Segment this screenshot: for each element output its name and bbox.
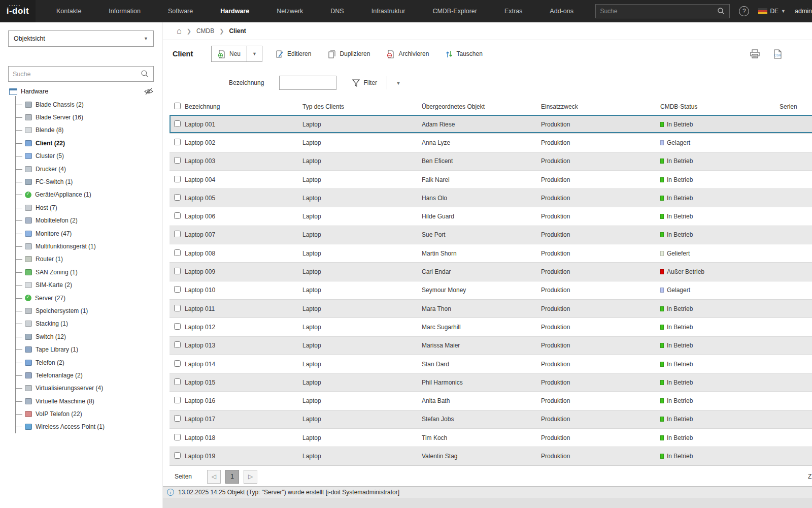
help-icon[interactable]: ? xyxy=(739,6,749,16)
row-checkbox[interactable] xyxy=(174,341,181,348)
column-header-übergeordnetes-objekt[interactable]: Übergeordnetes Objekt xyxy=(421,103,540,110)
bezeichnung-filter-input[interactable] xyxy=(279,76,336,90)
row-checkbox[interactable] xyxy=(174,120,181,127)
table-row[interactable]: Laptop 013LaptopMarissa MaierProduktionI… xyxy=(170,336,812,355)
tree-item-geräte-appliance[interactable]: Geräte/Appliance (1) xyxy=(16,188,162,201)
tree-item-router[interactable]: Router (1) xyxy=(16,253,162,266)
sidebar-search[interactable] xyxy=(8,66,154,82)
table-row[interactable]: Laptop 010LaptopSeymour MoneyProduktionG… xyxy=(170,281,812,299)
tree-item-host[interactable]: Host (7) xyxy=(16,201,162,214)
home-icon[interactable]: ⌂ xyxy=(177,27,182,35)
nav-item-dns[interactable]: DNS xyxy=(317,0,357,22)
object-view-select[interactable]: Objektsicht ▼ xyxy=(8,30,154,47)
tree-item-server[interactable]: Server (27) xyxy=(16,292,162,304)
duplicate-button[interactable]: Duplizieren xyxy=(328,50,370,58)
tree-item-sim-karte[interactable]: SIM-Karte (2) xyxy=(16,278,162,291)
table-row[interactable]: Laptop 014LaptopStan DardProduktionIn Be… xyxy=(170,355,812,373)
language-selector[interactable]: DE ▼ xyxy=(758,8,786,15)
sidebar-search-input[interactable] xyxy=(13,71,141,78)
tree-item-multifunktionsgerät[interactable]: Multifunktionsgerät (1) xyxy=(16,240,162,252)
search-icon[interactable] xyxy=(717,7,725,15)
tree-item-blade-server[interactable]: Blade Server (16) xyxy=(16,111,162,123)
tree-item-drucker[interactable]: Drucker (4) xyxy=(16,163,162,175)
table-row[interactable]: Laptop 016LaptopAnita BathProduktionIn B… xyxy=(170,391,812,409)
tree-item-tape-library[interactable]: Tape Library (1) xyxy=(16,343,162,356)
tree-item-cluster[interactable]: Cluster (5) xyxy=(16,150,162,163)
new-button-dropdown[interactable]: ▼ xyxy=(247,46,262,61)
i-doit-logo[interactable]: ····· i-doit xyxy=(0,0,36,22)
select-all-checkbox[interactable] xyxy=(174,103,181,109)
table-row[interactable]: Laptop 007LaptopSue PortProduktionIn Bet… xyxy=(170,226,812,244)
tree-item-monitore[interactable]: Monitore (47) xyxy=(16,227,162,240)
global-search-input[interactable] xyxy=(600,8,717,15)
row-checkbox[interactable] xyxy=(174,176,181,182)
eye-slash-icon[interactable] xyxy=(144,88,154,95)
edit-button[interactable]: Editieren xyxy=(276,50,311,58)
row-checkbox[interactable] xyxy=(174,305,181,311)
chevron-down-icon[interactable]: ▼ xyxy=(396,80,401,86)
table-row[interactable]: Laptop 009LaptopCarl EndarProduktionAuße… xyxy=(170,262,812,280)
row-checkbox[interactable] xyxy=(174,323,181,330)
print-button[interactable] xyxy=(750,49,760,59)
tree-item-client[interactable]: Client (22) xyxy=(16,137,162,149)
row-checkbox[interactable] xyxy=(174,231,181,237)
row-checkbox[interactable] xyxy=(174,212,181,219)
nav-item-hardware[interactable]: Hardware xyxy=(207,0,263,22)
tree-item-stacking[interactable]: Stacking (1) xyxy=(16,318,162,330)
global-search[interactable] xyxy=(595,4,730,18)
table-row[interactable]: Laptop 005LaptopHans OloProduktionIn Bet… xyxy=(170,188,812,207)
row-checkbox[interactable] xyxy=(174,360,181,367)
tree-item-speichersystem[interactable]: Speichersystem (1) xyxy=(16,304,162,317)
swap-button[interactable]: Tauschen xyxy=(446,50,482,58)
tree-item-switch[interactable]: Switch (12) xyxy=(16,330,162,343)
tree-item-wireless-access-point[interactable]: Wireless Access Point (1) xyxy=(16,421,162,433)
tree-item-virtualisierungsserver[interactable]: Virtualisierungsserver (4) xyxy=(16,382,162,395)
breadcrumb-cmdb[interactable]: CMDB xyxy=(196,27,214,35)
nav-item-software[interactable]: Software xyxy=(154,0,207,22)
row-checkbox[interactable] xyxy=(174,397,181,403)
table-row[interactable]: Laptop 004LaptopFalk NareiProduktionIn B… xyxy=(170,170,812,188)
row-checkbox[interactable] xyxy=(174,194,181,201)
next-page-button[interactable]: ▷ xyxy=(244,470,257,484)
tree-item-virtuelle-maschine[interactable]: Virtuelle Maschine (8) xyxy=(16,395,162,407)
tree-item-mobiltelefon[interactable]: Mobiltelefon (2) xyxy=(16,214,162,227)
tree-item-fc-switch[interactable]: FC-Switch (1) xyxy=(16,175,162,188)
row-checkbox[interactable] xyxy=(174,286,181,293)
search-icon[interactable] xyxy=(141,70,149,78)
table-row[interactable]: Laptop 011LaptopMara ThonProduktionIn Be… xyxy=(170,299,812,318)
tree-item-blade-chassis[interactable]: Blade Chassis (2) xyxy=(16,98,162,111)
table-row[interactable]: Laptop 006LaptopHilde GuardProduktionIn … xyxy=(170,207,812,225)
table-row[interactable]: Laptop 018LaptopTim KochProduktionIn Bet… xyxy=(170,428,812,447)
row-checkbox[interactable] xyxy=(174,415,181,422)
nav-item-cmdb-explorer[interactable]: CMDB-Explorer xyxy=(419,0,491,22)
column-header-typ-des-clients[interactable]: Typ des Clients xyxy=(301,103,421,110)
table-row[interactable]: Laptop 012LaptopMarc SugarhillProduktion… xyxy=(170,318,812,336)
nav-item-extras[interactable]: Extras xyxy=(491,0,536,22)
table-row[interactable]: Laptop 001LaptopAdam RieseProduktionIn B… xyxy=(170,115,812,133)
page-number-button[interactable]: 1 xyxy=(225,470,239,484)
row-checkbox[interactable] xyxy=(174,378,181,385)
tree-item-telefonanlage[interactable]: Telefonanlage (2) xyxy=(16,369,162,382)
table-row[interactable]: Laptop 008LaptopMartin ShornProduktionGe… xyxy=(170,244,812,262)
filter-button[interactable]: Filter ▼ xyxy=(352,76,401,89)
table-row[interactable]: Laptop 017LaptopStefan JobsProduktionIn … xyxy=(170,410,812,428)
row-checkbox[interactable] xyxy=(174,157,181,164)
row-checkbox[interactable] xyxy=(174,434,181,440)
tree-item-blende[interactable]: Blende (8) xyxy=(16,124,162,137)
nav-item-kontakte[interactable]: Kontakte xyxy=(43,0,95,22)
new-button[interactable]: Neu ▼ xyxy=(211,46,262,62)
user-menu[interactable]: admin xyxy=(795,8,812,15)
archive-button[interactable]: Archivieren xyxy=(387,50,429,58)
column-header-cmdb-status[interactable]: CMDB-Status xyxy=(659,103,779,110)
row-checkbox[interactable] xyxy=(174,268,181,274)
table-row[interactable]: Laptop 002LaptopAnna LyzeProduktionGelag… xyxy=(170,133,812,151)
tree-item-voip-telefon[interactable]: VoIP Telefon (22) xyxy=(16,407,162,420)
column-header-serien[interactable]: Serien xyxy=(779,103,812,110)
tree-item-san-zoning[interactable]: SAN Zoning (1) xyxy=(16,266,162,278)
tree-root-hardware[interactable]: Hardware xyxy=(9,88,154,95)
table-row[interactable]: Laptop 015LaptopPhil HarmonicsProduktion… xyxy=(170,373,812,391)
row-checkbox[interactable] xyxy=(174,452,181,459)
nav-item-add-ons[interactable]: Add-ons xyxy=(536,0,587,22)
row-checkbox[interactable] xyxy=(174,139,181,145)
row-checkbox[interactable] xyxy=(174,249,181,256)
